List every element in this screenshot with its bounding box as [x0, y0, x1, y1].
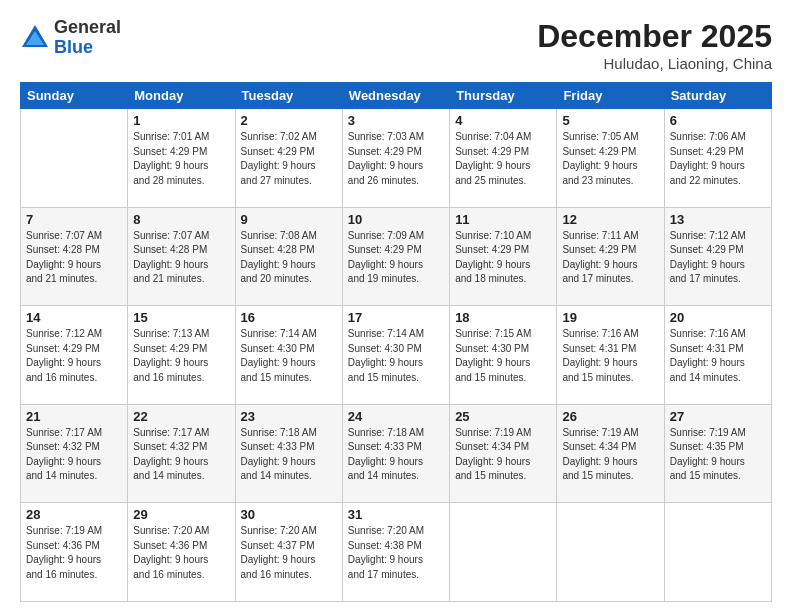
calendar-cell: 30Sunrise: 7:20 AM Sunset: 4:37 PM Dayli… [235, 503, 342, 602]
calendar-cell: 4Sunrise: 7:04 AM Sunset: 4:29 PM Daylig… [450, 109, 557, 208]
logo-blue: Blue [54, 38, 121, 58]
day-detail: Sunrise: 7:08 AM Sunset: 4:28 PM Dayligh… [241, 229, 337, 287]
day-number: 30 [241, 507, 337, 522]
calendar-cell: 12Sunrise: 7:11 AM Sunset: 4:29 PM Dayli… [557, 207, 664, 306]
day-header-monday: Monday [128, 83, 235, 109]
day-number: 20 [670, 310, 766, 325]
calendar-table: SundayMondayTuesdayWednesdayThursdayFrid… [20, 82, 772, 602]
day-number: 21 [26, 409, 122, 424]
calendar-cell: 9Sunrise: 7:08 AM Sunset: 4:28 PM Daylig… [235, 207, 342, 306]
day-detail: Sunrise: 7:10 AM Sunset: 4:29 PM Dayligh… [455, 229, 551, 287]
day-detail: Sunrise: 7:12 AM Sunset: 4:29 PM Dayligh… [26, 327, 122, 385]
calendar-cell: 14Sunrise: 7:12 AM Sunset: 4:29 PM Dayli… [21, 306, 128, 405]
day-detail: Sunrise: 7:12 AM Sunset: 4:29 PM Dayligh… [670, 229, 766, 287]
day-header-sunday: Sunday [21, 83, 128, 109]
day-detail: Sunrise: 7:07 AM Sunset: 4:28 PM Dayligh… [26, 229, 122, 287]
day-number: 1 [133, 113, 229, 128]
calendar-cell: 10Sunrise: 7:09 AM Sunset: 4:29 PM Dayli… [342, 207, 449, 306]
day-number: 10 [348, 212, 444, 227]
calendar-cell: 26Sunrise: 7:19 AM Sunset: 4:34 PM Dayli… [557, 404, 664, 503]
day-detail: Sunrise: 7:20 AM Sunset: 4:37 PM Dayligh… [241, 524, 337, 582]
location: Huludao, Liaoning, China [537, 55, 772, 72]
day-detail: Sunrise: 7:02 AM Sunset: 4:29 PM Dayligh… [241, 130, 337, 188]
calendar-cell: 18Sunrise: 7:15 AM Sunset: 4:30 PM Dayli… [450, 306, 557, 405]
day-detail: Sunrise: 7:18 AM Sunset: 4:33 PM Dayligh… [241, 426, 337, 484]
calendar-cell [21, 109, 128, 208]
calendar-cell: 21Sunrise: 7:17 AM Sunset: 4:32 PM Dayli… [21, 404, 128, 503]
day-header-wednesday: Wednesday [342, 83, 449, 109]
calendar-cell: 28Sunrise: 7:19 AM Sunset: 4:36 PM Dayli… [21, 503, 128, 602]
calendar-cell: 11Sunrise: 7:10 AM Sunset: 4:29 PM Dayli… [450, 207, 557, 306]
calendar-cell: 25Sunrise: 7:19 AM Sunset: 4:34 PM Dayli… [450, 404, 557, 503]
day-detail: Sunrise: 7:19 AM Sunset: 4:36 PM Dayligh… [26, 524, 122, 582]
logo-text: General Blue [54, 18, 121, 58]
day-detail: Sunrise: 7:09 AM Sunset: 4:29 PM Dayligh… [348, 229, 444, 287]
calendar-cell: 20Sunrise: 7:16 AM Sunset: 4:31 PM Dayli… [664, 306, 771, 405]
day-detail: Sunrise: 7:07 AM Sunset: 4:28 PM Dayligh… [133, 229, 229, 287]
header: General Blue December 2025 Huludao, Liao… [20, 18, 772, 72]
calendar-cell [664, 503, 771, 602]
calendar-cell: 16Sunrise: 7:14 AM Sunset: 4:30 PM Dayli… [235, 306, 342, 405]
day-detail: Sunrise: 7:20 AM Sunset: 4:36 PM Dayligh… [133, 524, 229, 582]
day-detail: Sunrise: 7:19 AM Sunset: 4:34 PM Dayligh… [562, 426, 658, 484]
day-detail: Sunrise: 7:14 AM Sunset: 4:30 PM Dayligh… [241, 327, 337, 385]
day-detail: Sunrise: 7:16 AM Sunset: 4:31 PM Dayligh… [670, 327, 766, 385]
day-detail: Sunrise: 7:20 AM Sunset: 4:38 PM Dayligh… [348, 524, 444, 582]
day-header-saturday: Saturday [664, 83, 771, 109]
day-number: 13 [670, 212, 766, 227]
calendar-week-3: 14Sunrise: 7:12 AM Sunset: 4:29 PM Dayli… [21, 306, 772, 405]
calendar-week-4: 21Sunrise: 7:17 AM Sunset: 4:32 PM Dayli… [21, 404, 772, 503]
day-detail: Sunrise: 7:17 AM Sunset: 4:32 PM Dayligh… [133, 426, 229, 484]
day-number: 24 [348, 409, 444, 424]
day-number: 17 [348, 310, 444, 325]
calendar-cell [450, 503, 557, 602]
calendar-cell: 2Sunrise: 7:02 AM Sunset: 4:29 PM Daylig… [235, 109, 342, 208]
calendar-cell: 15Sunrise: 7:13 AM Sunset: 4:29 PM Dayli… [128, 306, 235, 405]
day-number: 5 [562, 113, 658, 128]
calendar-cell: 13Sunrise: 7:12 AM Sunset: 4:29 PM Dayli… [664, 207, 771, 306]
calendar-cell: 17Sunrise: 7:14 AM Sunset: 4:30 PM Dayli… [342, 306, 449, 405]
day-number: 11 [455, 212, 551, 227]
calendar-cell: 23Sunrise: 7:18 AM Sunset: 4:33 PM Dayli… [235, 404, 342, 503]
calendar-cell: 22Sunrise: 7:17 AM Sunset: 4:32 PM Dayli… [128, 404, 235, 503]
day-detail: Sunrise: 7:11 AM Sunset: 4:29 PM Dayligh… [562, 229, 658, 287]
day-header-friday: Friday [557, 83, 664, 109]
day-detail: Sunrise: 7:17 AM Sunset: 4:32 PM Dayligh… [26, 426, 122, 484]
title-block: December 2025 Huludao, Liaoning, China [537, 18, 772, 72]
day-number: 6 [670, 113, 766, 128]
calendar-week-2: 7Sunrise: 7:07 AM Sunset: 4:28 PM Daylig… [21, 207, 772, 306]
calendar-cell: 31Sunrise: 7:20 AM Sunset: 4:38 PM Dayli… [342, 503, 449, 602]
day-detail: Sunrise: 7:19 AM Sunset: 4:35 PM Dayligh… [670, 426, 766, 484]
calendar-cell: 7Sunrise: 7:07 AM Sunset: 4:28 PM Daylig… [21, 207, 128, 306]
day-detail: Sunrise: 7:13 AM Sunset: 4:29 PM Dayligh… [133, 327, 229, 385]
page: General Blue December 2025 Huludao, Liao… [0, 0, 792, 612]
day-number: 28 [26, 507, 122, 522]
calendar-cell: 19Sunrise: 7:16 AM Sunset: 4:31 PM Dayli… [557, 306, 664, 405]
day-number: 31 [348, 507, 444, 522]
day-number: 7 [26, 212, 122, 227]
calendar-cell: 6Sunrise: 7:06 AM Sunset: 4:29 PM Daylig… [664, 109, 771, 208]
day-number: 18 [455, 310, 551, 325]
logo: General Blue [20, 18, 121, 58]
day-number: 16 [241, 310, 337, 325]
day-number: 9 [241, 212, 337, 227]
calendar-cell: 1Sunrise: 7:01 AM Sunset: 4:29 PM Daylig… [128, 109, 235, 208]
day-detail: Sunrise: 7:03 AM Sunset: 4:29 PM Dayligh… [348, 130, 444, 188]
day-number: 2 [241, 113, 337, 128]
calendar-cell: 8Sunrise: 7:07 AM Sunset: 4:28 PM Daylig… [128, 207, 235, 306]
day-detail: Sunrise: 7:19 AM Sunset: 4:34 PM Dayligh… [455, 426, 551, 484]
day-detail: Sunrise: 7:06 AM Sunset: 4:29 PM Dayligh… [670, 130, 766, 188]
calendar-week-5: 28Sunrise: 7:19 AM Sunset: 4:36 PM Dayli… [21, 503, 772, 602]
calendar-cell: 27Sunrise: 7:19 AM Sunset: 4:35 PM Dayli… [664, 404, 771, 503]
day-number: 23 [241, 409, 337, 424]
day-detail: Sunrise: 7:16 AM Sunset: 4:31 PM Dayligh… [562, 327, 658, 385]
calendar-cell: 24Sunrise: 7:18 AM Sunset: 4:33 PM Dayli… [342, 404, 449, 503]
day-number: 26 [562, 409, 658, 424]
day-number: 19 [562, 310, 658, 325]
calendar-header-row: SundayMondayTuesdayWednesdayThursdayFrid… [21, 83, 772, 109]
day-number: 14 [26, 310, 122, 325]
day-detail: Sunrise: 7:01 AM Sunset: 4:29 PM Dayligh… [133, 130, 229, 188]
day-detail: Sunrise: 7:05 AM Sunset: 4:29 PM Dayligh… [562, 130, 658, 188]
day-number: 12 [562, 212, 658, 227]
day-number: 8 [133, 212, 229, 227]
